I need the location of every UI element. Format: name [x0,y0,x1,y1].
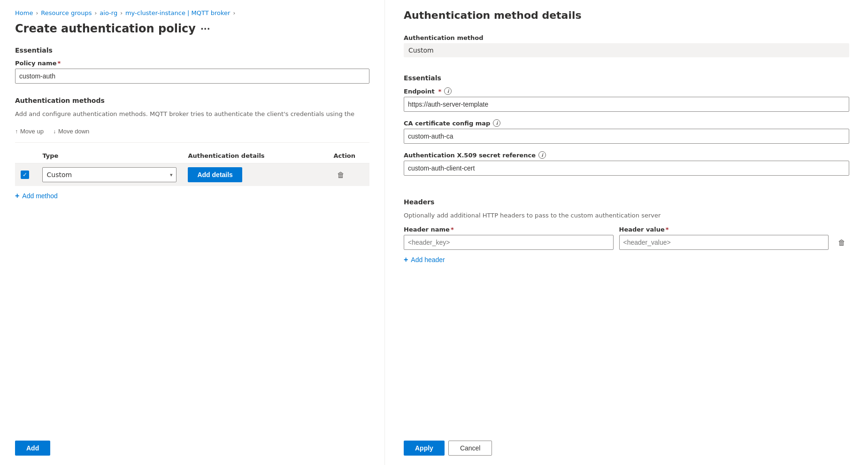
breadcrumb: Home › Resource groups › aio-rg › my-clu… [15,9,369,16]
auth-methods-description: Add and configure authentication methods… [15,110,369,118]
auth-methods-heading: Authentication methods [15,97,369,104]
ca-cert-input[interactable] [404,129,849,144]
breadcrumb-aio-rg[interactable]: aio-rg [100,9,117,16]
add-header-plus-icon: + [404,256,408,264]
header-name-label: Header name* [404,226,614,233]
type-dropdown-value: Custom [46,171,72,178]
row-checkbox-cell [15,163,37,186]
endpoint-label: Endpoint [404,88,435,95]
policy-name-field: Policy name* [15,60,369,84]
auth-method-value: Custom [404,43,849,57]
breadcrumb-home[interactable]: Home [15,9,33,16]
header-value-field: Header value* [619,226,829,250]
col-header-auth-details: Authentication details [182,148,328,163]
ca-cert-info-icon[interactable]: i [493,119,500,127]
breadcrumb-resource-groups[interactable]: Resource groups [41,9,92,16]
add-method-button[interactable]: + Add method [15,192,58,200]
header-value-input[interactable] [619,235,829,250]
right-panel: Authentication method details Authentica… [385,0,868,465]
right-panel-title: Authentication method details [404,9,849,21]
cancel-button[interactable]: Cancel [448,441,492,456]
breadcrumb-sep2: › [94,10,97,16]
right-essentials-section: Essentials Endpoint * i CA certificate c… [404,74,849,183]
row-checkbox[interactable] [21,170,29,179]
endpoint-info-icon[interactable]: i [444,87,452,95]
add-header-label: Add header [411,256,445,264]
delete-header-icon[interactable]: 🗑 [834,235,849,250]
col-header-checkbox [15,148,37,163]
move-down-label: Move down [58,128,89,135]
policy-name-input[interactable] [15,69,369,84]
essentials-heading: Essentials [15,46,369,54]
dropdown-arrow-icon: ▾ [170,172,173,178]
add-details-button[interactable]: Add details [188,167,242,182]
auth-x509-label: Authentication X.509 secret reference [404,152,536,159]
auth-x509-field: Authentication X.509 secret reference i [404,151,849,176]
page-title: Create authentication policy [15,22,196,35]
breadcrumb-sep3: › [120,10,123,16]
move-up-arrow-icon: ↑ [15,128,18,135]
endpoint-required: * [438,88,442,95]
ca-cert-field: CA certificate config map i [404,119,849,144]
header-value-required: * [666,226,669,233]
more-options-icon[interactable]: ··· [200,24,210,34]
breadcrumb-sep1: › [36,10,38,16]
headers-description: Optionally add additional HTTP headers t… [404,211,849,220]
policy-name-label: Policy name* [15,60,369,67]
ca-cert-label-row: CA certificate config map i [404,119,849,127]
right-bottom-actions: Apply Cancel [404,422,849,456]
col-header-action: Action [328,148,369,163]
type-dropdown[interactable]: Custom ▾ [42,167,177,182]
apply-button[interactable]: Apply [404,441,445,456]
auth-methods-table: Type Authentication details Action Custo… [15,148,369,186]
endpoint-field: Endpoint * i [404,87,849,112]
col-header-type: Type [37,148,182,163]
table-divider [15,142,369,143]
move-up-button[interactable]: ↑ Move up [15,126,44,137]
add-method-label: Add method [22,192,58,200]
breadcrumb-cluster-instance[interactable]: my-cluster-instance | MQTT broker [125,9,230,16]
auth-method-label: Authentication method [404,34,849,41]
row-type-cell: Custom ▾ [37,163,182,186]
add-button[interactable]: Add [15,441,50,456]
row-action-cell: 🗑 [328,163,369,186]
add-header-button[interactable]: + Add header [404,256,445,264]
move-down-arrow-icon: ↓ [53,128,56,135]
essentials-section: Essentials Policy name* [15,46,369,84]
header-name-field: Header name* [404,226,614,250]
move-down-button[interactable]: ↓ Move down [53,126,89,137]
auth-x509-info-icon[interactable]: i [538,151,546,159]
move-toolbar: ↑ Move up ↓ Move down [15,126,369,137]
header-name-input[interactable] [404,235,614,250]
left-panel: Home › Resource groups › aio-rg › my-clu… [0,0,385,465]
header-value-label: Header value* [619,226,829,233]
row-auth-details-cell: Add details [182,163,328,186]
endpoint-input[interactable] [404,97,849,112]
delete-row-icon[interactable]: 🗑 [333,167,348,182]
policy-name-required: * [57,60,61,67]
move-up-label: Move up [20,128,44,135]
endpoint-label-row: Endpoint * i [404,87,849,95]
header-name-required: * [451,226,454,233]
bottom-actions: Add [15,422,369,456]
add-method-plus-icon: + [15,192,19,200]
breadcrumb-sep4: › [233,10,235,16]
auth-x509-label-row: Authentication X.509 secret reference i [404,151,849,159]
auth-method-field: Authentication method Custom [404,34,849,67]
auth-x509-input[interactable] [404,161,849,176]
table-row: Custom ▾ Add details 🗑 [15,163,369,186]
headers-section: Headers Optionally add additional HTTP h… [404,198,849,264]
ca-cert-label: CA certificate config map [404,120,490,127]
right-essentials-heading: Essentials [404,74,849,82]
header-row: Header name* Header value* 🗑 [404,225,849,250]
page-title-row: Create authentication policy ··· [15,22,369,35]
auth-methods-section: Authentication methods Add and configure… [15,97,369,422]
headers-heading: Headers [404,198,849,206]
